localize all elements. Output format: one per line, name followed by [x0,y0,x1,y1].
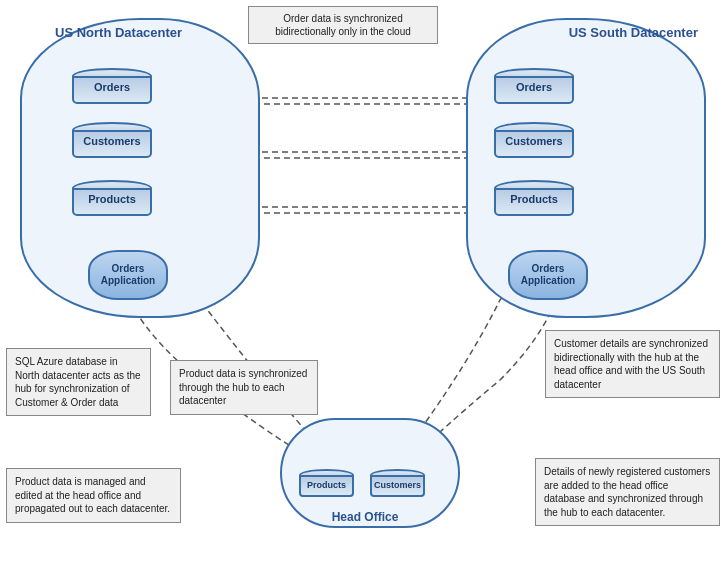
product-managed-note: Product data is managed and edited at th… [6,468,181,523]
new-customers-text: Details of newly registered customers ar… [544,466,710,518]
customer-bidirectional-text: Customer details are synchronized bidire… [554,338,708,390]
customer-bidirectional-note: Customer details are synchronized bidire… [545,330,720,398]
south-orders-label: Orders [494,81,574,93]
head-office-label: Head Office [280,510,450,524]
south-products-label: Products [494,193,574,205]
new-customers-note: Details of newly registered customers ar… [535,458,720,526]
sql-azure-note: SQL Azure database in North datacenter a… [6,348,151,416]
north-label: US North Datacenter [55,25,182,40]
north-products-db: Products [72,180,152,218]
north-customers-cylinder: Customers [72,122,152,160]
ho-customers-db: Customers [370,469,425,501]
south-label: US South Datacenter [569,25,698,40]
tooltip-box: Order data is synchronized bidirectional… [248,6,438,44]
north-orders-db: Orders [72,68,152,106]
north-orders-app: Orders Application [88,250,168,300]
north-orders-cylinder: Orders [72,68,152,106]
ho-products-label: Products [299,480,354,490]
product-managed-text: Product data is managed and edited at th… [15,476,170,514]
north-products-label: Products [72,193,152,205]
diagram: Order data is synchronized bidirectional… [0,0,726,576]
north-customers-label: Customers [72,135,152,147]
south-customers-db: Customers [494,122,574,160]
south-orders-app: Orders Application [508,250,588,300]
south-orders-db: Orders [494,68,574,106]
ho-customers-label: Customers [370,480,425,490]
product-sync-note: Product data is synchronized through the… [170,360,318,415]
ho-products-db: Products [299,469,354,501]
south-customers-cylinder: Customers [494,122,574,160]
product-sync-text: Product data is synchronized through the… [179,368,307,406]
north-products-cylinder: Products [72,180,152,218]
head-office-dbs: Products Customers [299,469,425,501]
south-products-cylinder: Products [494,180,574,218]
north-orders-app-label: Orders Application [90,263,166,287]
south-products-db: Products [494,180,574,218]
south-customers-label: Customers [494,135,574,147]
south-orders-cylinder: Orders [494,68,574,106]
south-orders-app-label: Orders Application [510,263,586,287]
tooltip-text: Order data is synchronized bidirectional… [275,13,411,37]
north-customers-db: Customers [72,122,152,160]
sql-azure-text: SQL Azure database in North datacenter a… [15,356,141,408]
north-orders-label: Orders [72,81,152,93]
